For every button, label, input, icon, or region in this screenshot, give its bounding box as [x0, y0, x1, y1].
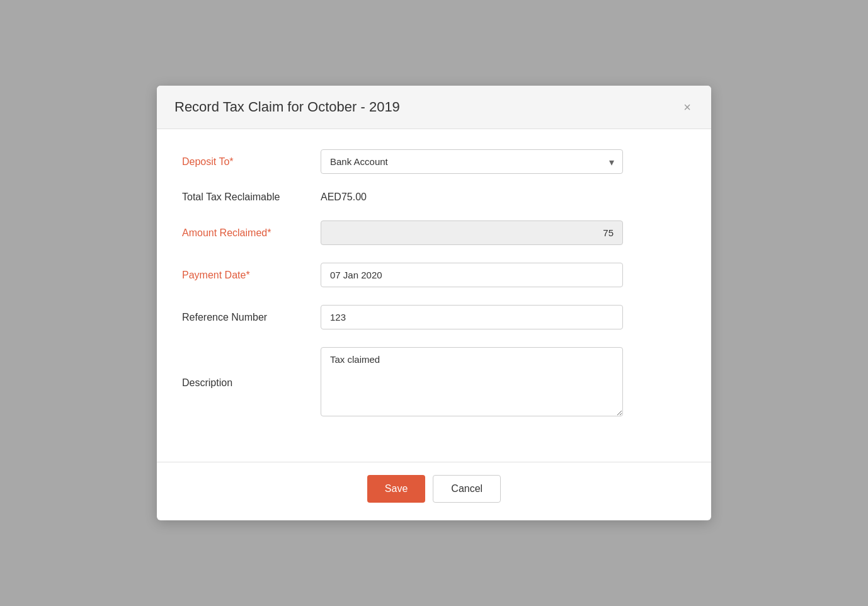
- modal-dialog: Record Tax Claim for October - 2019 × De…: [157, 86, 711, 520]
- amount-reclaimed-input[interactable]: [321, 220, 623, 245]
- close-button[interactable]: ×: [681, 98, 694, 116]
- payment-date-control: [321, 263, 623, 287]
- amount-reclaimed-row: Amount Reclaimed*: [182, 220, 686, 245]
- total-tax-value: AED75.00: [321, 192, 367, 202]
- description-control: Tax claimed: [321, 347, 623, 419]
- modal-overlay: Record Tax Claim for October - 2019 × De…: [0, 0, 868, 606]
- description-row: Description Tax claimed: [182, 347, 686, 419]
- total-tax-value-container: AED75.00: [321, 192, 623, 203]
- payment-date-row: Payment Date*: [182, 263, 686, 287]
- modal-footer: Save Cancel: [157, 462, 711, 520]
- modal-title: Record Tax Claim for October - 2019: [174, 99, 400, 115]
- deposit-to-control: Bank Account Cash Other: [321, 149, 623, 174]
- payment-date-input[interactable]: [321, 263, 623, 287]
- total-tax-row: Total Tax Reclaimable AED75.00: [182, 192, 686, 203]
- payment-date-label: Payment Date*: [182, 270, 321, 281]
- description-label: Description: [182, 377, 321, 389]
- amount-reclaimed-label: Amount Reclaimed*: [182, 227, 321, 239]
- cancel-button[interactable]: Cancel: [433, 475, 501, 503]
- modal-header: Record Tax Claim for October - 2019 ×: [157, 86, 711, 129]
- deposit-to-label: Deposit To*: [182, 156, 321, 168]
- reference-number-input[interactable]: [321, 305, 623, 329]
- amount-reclaimed-control: [321, 220, 623, 245]
- reference-number-control: [321, 305, 623, 329]
- deposit-to-select[interactable]: Bank Account Cash Other: [321, 149, 623, 174]
- deposit-to-row: Deposit To* Bank Account Cash Other: [182, 149, 686, 174]
- total-tax-label: Total Tax Reclaimable: [182, 192, 321, 203]
- reference-number-label: Reference Number: [182, 312, 321, 323]
- modal-body: Deposit To* Bank Account Cash Other Tota…: [157, 129, 711, 457]
- save-button[interactable]: Save: [367, 475, 425, 503]
- description-textarea[interactable]: Tax claimed: [321, 347, 623, 416]
- reference-number-row: Reference Number: [182, 305, 686, 329]
